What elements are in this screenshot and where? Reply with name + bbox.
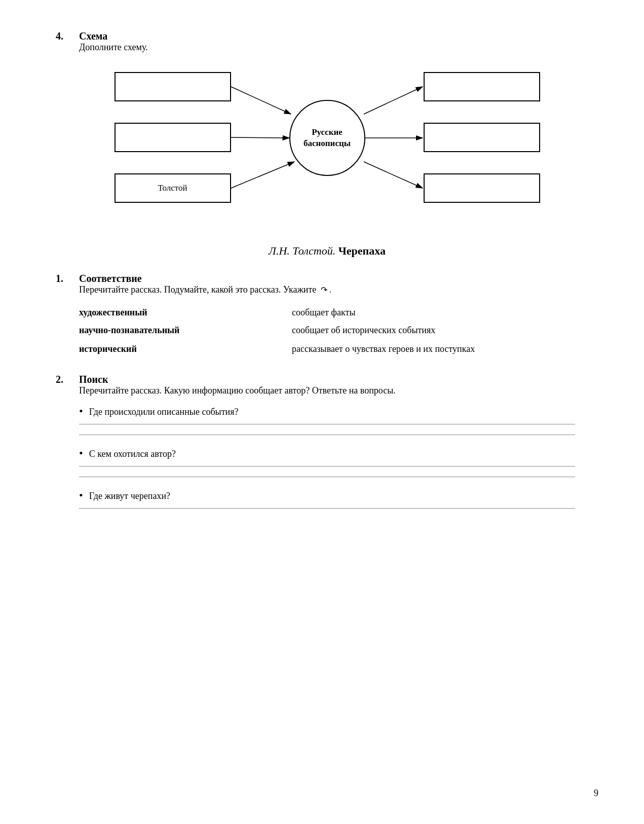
correspondence-table: художественный сообщает факты научно-поз… bbox=[79, 304, 495, 359]
section2-instruction: Перечитайте рассказ. Какую информацию со… bbox=[79, 385, 396, 396]
bullet-dot-3: • bbox=[79, 490, 83, 501]
section4-header: 4. Схема Дополните схему. bbox=[56, 30, 598, 53]
answer-line-1 bbox=[79, 424, 575, 424]
corr-right-2: сообщает об исторических событиях bbox=[287, 321, 495, 340]
main-title-italic: Л.Н. Толстой. bbox=[269, 244, 335, 257]
svg-line-3 bbox=[231, 137, 289, 138]
main-title: Л.Н. Толстой. Черепаха bbox=[56, 244, 598, 258]
question2-text: С кем охотился автор? bbox=[89, 447, 176, 461]
corr-right-3: рассказывает о чувствах героев и их пост… bbox=[287, 340, 495, 359]
section2-header: 2. Поиск Перечитайте рассказ. Какую инфо… bbox=[56, 374, 598, 396]
bullet-dot-1: • bbox=[79, 406, 83, 417]
section4-title: Схема bbox=[79, 30, 107, 42]
section1-header: 1. Соответствие Перечитайте рассказ. Под… bbox=[56, 273, 598, 295]
section2: 2. Поиск Перечитайте рассказ. Какую инфо… bbox=[56, 374, 598, 509]
svg-line-5 bbox=[364, 87, 423, 114]
corr-right-1: сообщает факты bbox=[287, 304, 495, 321]
question1-text: Где происходили описанные события? bbox=[89, 405, 239, 419]
corr-left-3: исторический bbox=[79, 340, 287, 359]
section4-number: 4. bbox=[56, 30, 71, 42]
arrow-curve-icon: ↷ . bbox=[321, 285, 331, 295]
question1-item: • Где происходили описанные события? bbox=[79, 405, 598, 419]
main-title-bold: Черепаха bbox=[335, 244, 386, 257]
section1-title: Соответствие bbox=[79, 273, 142, 284]
schema-circle: Русские баснописцы bbox=[289, 100, 365, 176]
answer-line-3 bbox=[79, 508, 575, 509]
corr-left-1: художественный bbox=[79, 304, 287, 321]
answer-line-2 bbox=[79, 466, 575, 467]
question2-item: • С кем охотился автор? bbox=[79, 447, 598, 461]
answer-line-2b bbox=[79, 477, 575, 477]
answer-line-1b bbox=[79, 435, 575, 435]
question3-text: Где живут черепахи? bbox=[89, 489, 170, 503]
schema-diagram: Русские баснописцы Толстой bbox=[99, 57, 555, 219]
section1: 1. Соответствие Перечитайте рассказ. Под… bbox=[56, 273, 598, 359]
svg-line-4 bbox=[231, 162, 294, 188]
section4-instruction: Дополните схему. bbox=[79, 42, 148, 52]
svg-line-2 bbox=[231, 87, 291, 114]
section2-number: 2. bbox=[56, 374, 71, 385]
bullet-dot-2: • bbox=[79, 448, 83, 459]
page-number: 9 bbox=[594, 788, 598, 799]
svg-line-7 bbox=[364, 162, 423, 188]
section2-title: Поиск bbox=[79, 374, 108, 385]
section1-number: 1. bbox=[56, 273, 71, 284]
question3-item: • Где живут черепахи? bbox=[79, 489, 598, 503]
corr-left-2: научно-познавательный bbox=[79, 321, 287, 340]
section1-instruction: Перечитайте рассказ. Подумайте, какой эт… bbox=[79, 284, 331, 295]
